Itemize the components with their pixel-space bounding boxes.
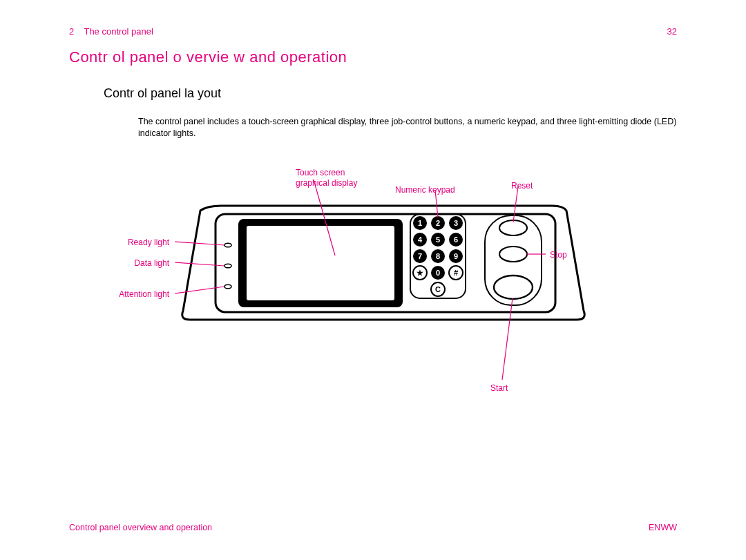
svg-text:1: 1 bbox=[418, 219, 422, 227]
footer-left: Control panel overview and operation bbox=[69, 523, 212, 532]
control-panel-diagram: 1 2 3 4 5 6 7 8 9 ★ 0 # C bbox=[159, 152, 629, 414]
callout-ready-light: Ready light bbox=[104, 238, 169, 248]
svg-text:#: # bbox=[454, 269, 458, 277]
body-text: The control panel includes a touch-scree… bbox=[138, 116, 677, 139]
callout-stop: Stop bbox=[550, 250, 567, 260]
svg-text:5: 5 bbox=[436, 235, 440, 244]
svg-rect-2 bbox=[246, 225, 395, 301]
page-title: Contr ol panel o vervie w and operation bbox=[69, 48, 347, 66]
callout-numeric-keypad: Numeric keypad bbox=[395, 185, 455, 195]
svg-text:3: 3 bbox=[454, 219, 458, 227]
svg-text:2: 2 bbox=[436, 219, 440, 227]
footer-right: ENWW bbox=[649, 523, 677, 532]
svg-point-35 bbox=[499, 247, 527, 262]
chapter-title: The control panel bbox=[84, 26, 153, 37]
svg-text:★: ★ bbox=[417, 269, 423, 277]
callout-start: Start bbox=[490, 383, 508, 394]
callout-touchscreen: Touch screen graphical display bbox=[296, 168, 357, 189]
svg-text:7: 7 bbox=[418, 252, 422, 260]
svg-text:0: 0 bbox=[436, 269, 440, 277]
svg-text:C: C bbox=[435, 285, 441, 293]
svg-text:6: 6 bbox=[454, 235, 458, 244]
page-number: 32 bbox=[667, 26, 677, 37]
callout-reset: Reset bbox=[511, 181, 533, 191]
svg-point-34 bbox=[499, 220, 527, 235]
svg-point-5 bbox=[224, 284, 231, 289]
svg-point-36 bbox=[494, 276, 533, 299]
svg-text:8: 8 bbox=[436, 252, 440, 260]
chapter-number: 2 bbox=[69, 26, 74, 37]
svg-text:9: 9 bbox=[454, 252, 458, 260]
svg-point-4 bbox=[224, 264, 231, 268]
callout-attention-light: Attention light bbox=[104, 289, 169, 300]
header-left: 2 The control panel bbox=[69, 26, 153, 37]
svg-text:4: 4 bbox=[418, 235, 423, 244]
svg-point-3 bbox=[224, 243, 231, 247]
section-title: Contr ol panel la yout bbox=[104, 86, 221, 101]
callout-data-light: Data light bbox=[104, 258, 169, 269]
